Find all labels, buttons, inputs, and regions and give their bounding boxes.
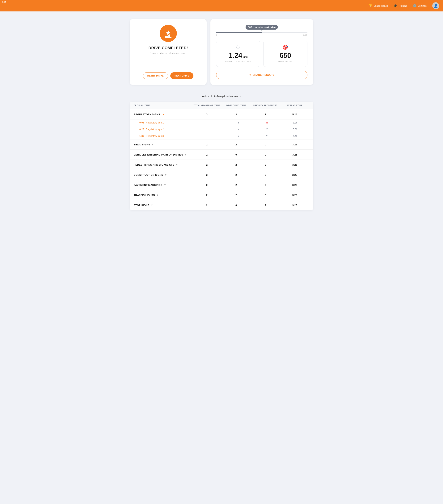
category-row-yield-signs[interactable]: YIELD SIGNS ▾ 2 2 0 3.26 [130, 140, 313, 150]
chevron-down-vehicles-icon: ▾ [185, 153, 186, 156]
pedestrians-priority: 2 [251, 163, 280, 166]
category-name-vehicles: VEHICLES ENTERING PATH OF DRIVER ▾ [134, 153, 192, 156]
svg-rect-4 [165, 37, 171, 37]
pavement-identified: 2 [222, 184, 251, 186]
category-row-pedestrians[interactable]: PEDESTRIANS AND BICYCLISTS ▾ 2 2 2 3.26 [130, 160, 313, 170]
stop-total: 2 [192, 204, 222, 207]
col-avg-time: AVERAGE TIME [280, 104, 309, 107]
nav-training[interactable]: 🎓 Training [393, 4, 407, 7]
pavement-avg-time: 3.26 [280, 184, 309, 186]
sub-row-2-time[interactable]: 0:25 [139, 128, 144, 131]
achievement-svg [164, 29, 173, 38]
target-icon: 🎯 [267, 45, 304, 50]
construction-avg-time: 3.26 [280, 174, 309, 176]
trophy-icon: 🏆 [369, 4, 372, 7]
chevron-down-pavement-icon: ▾ [164, 183, 166, 186]
stats-card: 500 Unlocks next drive 0 1000 ⏱ 1.24 [210, 19, 313, 85]
category-row-stop-signs[interactable]: STOP SIGNS ▾ 2 0 2 3.26 [130, 200, 313, 210]
training-icon: 🎓 [393, 4, 397, 7]
sub-row-2-label[interactable]: Regulatory sign 2 [146, 128, 164, 131]
category-row-pavement[interactable]: PAVEMENT MARKINGS ▾ 2 2 2 3.26 [130, 180, 313, 190]
sub-row-3-identified: Y [224, 135, 253, 137]
pedestrians-avg-time: 3.26 [280, 163, 309, 166]
traffic-priority: 0 [251, 194, 280, 197]
nav-settings[interactable]: ⚙️ Settings [413, 4, 426, 7]
chevron-down-yield-icon: ▾ [152, 143, 153, 146]
pedestrians-identified: 2 [222, 163, 251, 166]
sub-row-regulatory-3: 1:36 Regulatory sign 3 Y Y 4.48 [130, 133, 313, 140]
sub-row-3-label[interactable]: Regulatory sign 3 [146, 135, 164, 137]
sub-row-3-time[interactable]: 1:36 [139, 135, 144, 137]
progress-tooltip-wrapper: 500 Unlocks next drive [216, 25, 307, 31]
nav-leaderboard-label: Leaderboard [374, 4, 388, 7]
total-points-value: 650 [267, 52, 304, 59]
yield-priority: 0 [251, 143, 280, 146]
stop-avg-time: 3.26 [280, 204, 309, 207]
drive-completed-subtitle: 1 more drive to unlock next level [150, 52, 186, 54]
progress-tooltip-label: Unlocks next drive [254, 26, 276, 29]
sub-row-1-priority: N [253, 121, 281, 124]
progress-tooltip: 500 Unlocks next drive [246, 25, 278, 30]
stop-identified: 0 [222, 204, 251, 207]
sub-row-regulatory-1: 0:08 Regulatory sign 1 Y N 3.26 [130, 119, 313, 126]
sub-row-2-avg-time: 5.02 [281, 128, 309, 131]
category-name-construction: CONSTRUCTION SIGNS ▾ [134, 173, 192, 176]
chevron-down-icon: ▾ [240, 95, 241, 98]
share-results-label: SHARE RESULTS [253, 73, 275, 76]
share-results-button[interactable]: ↪ SHARE RESULTS [216, 71, 307, 79]
col-total: TOTAL NUMBER OF ITEMS [192, 104, 222, 107]
app-header: 9:41 🏆 Leaderboard 🎓 Training ⚙️ Setting… [0, 0, 443, 11]
nav-leaderboard[interactable]: 🏆 Leaderboard [369, 4, 388, 7]
chevron-down-stop-icon: ▾ [151, 204, 153, 207]
settings-icon: ⚙️ [413, 4, 416, 7]
completion-card: DRIVE COMPLETED! 1 more drive to unlock … [130, 19, 207, 85]
nav-training-label: Training [398, 4, 407, 7]
share-icon: ↪ [249, 73, 251, 76]
category-name-pavement: PAVEMENT MARKINGS ▾ [134, 183, 192, 186]
drive-selector: A drive to Al-Masjid an-Nabawi ▾ [130, 94, 313, 98]
regulatory-total: 3 [192, 113, 222, 116]
regulatory-avg-time: 5.24 [280, 113, 309, 116]
category-row-construction[interactable]: CONSTRUCTION SIGNS ▾ 2 2 2 3.26 [130, 170, 313, 180]
response-time-stat: ⏱ 1.24 sec AVERAGE RESPONSE TIME [216, 41, 260, 67]
regulatory-priority: 2 [251, 113, 280, 116]
user-avatar[interactable]: 👤 [432, 2, 439, 9]
drive-completed-title: DRIVE COMPLETED! [148, 46, 188, 50]
nav-settings-label: Settings [418, 4, 426, 7]
pavement-priority: 2 [251, 184, 280, 186]
col-identified: INDENTIFIED ITEMS [222, 104, 251, 107]
total-points-stat: 🎯 650 TOTAL POINTS [263, 41, 307, 67]
next-drive-button[interactable]: NEXT DRIVE [170, 72, 193, 79]
category-row-traffic-lights[interactable]: TRAFFIC LIGHTS ▾ 2 2 0 3.26 [130, 190, 313, 200]
sub-row-1-label[interactable]: Regulatory sign 1 [146, 121, 164, 124]
sub-row-3-priority: Y [253, 135, 281, 137]
stop-priority: 2 [251, 204, 280, 207]
sub-row-2-identified: Y [224, 128, 253, 131]
traffic-avg-time: 3.26 [280, 194, 309, 197]
category-name-stop: STOP SIGNS ▾ [134, 204, 192, 207]
achievement-icon-circle [160, 25, 177, 42]
sub-row-1-time[interactable]: 0:08 [139, 121, 144, 124]
retry-drive-button[interactable]: RETRY DRIVE [143, 72, 168, 79]
traffic-total: 2 [192, 194, 222, 197]
cards-row: DRIVE COMPLETED! 1 more drive to unlock … [130, 19, 313, 85]
category-name-traffic-lights: TRAFFIC LIGHTS ▾ [134, 194, 192, 197]
category-name-pedestrians: PEDESTRIANS AND BICYCLISTS ▾ [134, 163, 192, 166]
drive-selector-label: A drive to Al-Masjid an-Nabawi [202, 95, 239, 98]
category-row-vehicles[interactable]: VEHICLES ENTERING PATH OF DRIVER ▾ 2 0 0… [130, 150, 313, 160]
progress-current: 500 [248, 26, 252, 29]
sub-row-3-avg-time: 4.48 [281, 135, 309, 137]
status-bar-time: 9:41 [2, 1, 6, 3]
drive-selector-button[interactable]: A drive to Al-Masjid an-Nabawi ▾ [202, 95, 241, 98]
category-row-regulatory-signs[interactable]: REGULATORY SIGNS ▲ 3 3 2 5.24 [130, 109, 313, 119]
col-priority: PRIORITY RECOGNIZED [251, 104, 280, 107]
header-nav: 🏆 Leaderboard 🎓 Training ⚙️ Settings 👤 [369, 2, 439, 9]
construction-identified: 2 [222, 174, 251, 176]
pavement-total: 2 [192, 184, 222, 186]
yield-identified: 2 [222, 143, 251, 146]
construction-total: 2 [192, 174, 222, 176]
sub-row-1-avg-time: 3.26 [281, 121, 309, 124]
construction-priority: 2 [251, 174, 280, 176]
col-critical-items: CRITICAL ITEMS [134, 104, 192, 107]
sub-row-1-identified: Y [224, 121, 253, 124]
